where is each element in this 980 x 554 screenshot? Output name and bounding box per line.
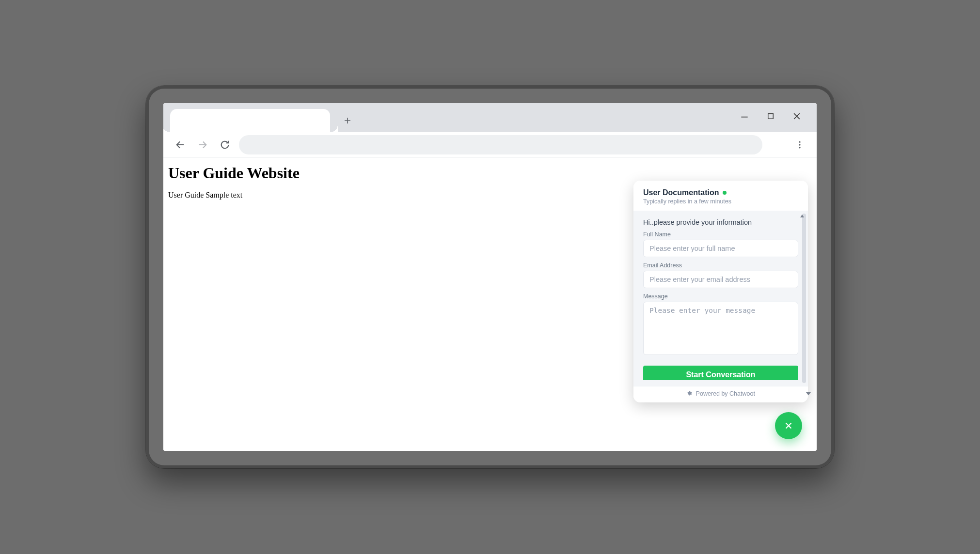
svg-rect-3 — [768, 114, 774, 119]
window-controls — [738, 110, 812, 132]
chat-subtitle: Typically replies in a few minutes — [643, 198, 798, 205]
svg-point-8 — [799, 141, 800, 142]
chat-widget: User Documentation Typically replies in … — [633, 181, 808, 402]
message-textarea[interactable] — [643, 302, 798, 355]
window-close-button[interactable] — [790, 110, 803, 123]
chat-footer: Powered by Chatwoot — [633, 386, 808, 402]
chat-close-fab[interactable] — [775, 412, 802, 439]
arrow-left-icon — [175, 139, 186, 150]
kebab-icon — [795, 140, 805, 150]
device-frame: User Guide Website User Guide Sample tex… — [146, 86, 834, 468]
nav-reload-button[interactable] — [217, 137, 233, 153]
svg-point-9 — [799, 144, 800, 145]
chat-expand-caret[interactable] — [805, 390, 812, 397]
chat-footer-text: Powered by Chatwoot — [696, 390, 755, 397]
new-tab-button[interactable] — [339, 112, 356, 129]
scroll-up-icon — [800, 214, 805, 218]
close-icon — [783, 420, 794, 431]
full-name-input[interactable] — [643, 240, 798, 257]
arrow-right-icon — [197, 139, 208, 150]
minimize-icon — [740, 111, 749, 121]
reload-icon — [220, 139, 230, 150]
chat-header: User Documentation Typically replies in … — [633, 181, 808, 211]
browser-titlebar — [163, 103, 817, 132]
page-content: User Guide Website User Guide Sample tex… — [163, 157, 817, 451]
page-heading: User Guide Website — [168, 164, 812, 182]
address-bar[interactable] — [239, 135, 762, 154]
browser-toolbar — [163, 132, 817, 157]
chevron-down-icon — [805, 390, 812, 397]
svg-marker-11 — [800, 215, 804, 217]
close-icon — [792, 111, 802, 121]
chat-title: User Documentation — [643, 188, 719, 197]
svg-point-10 — [799, 147, 800, 148]
browser-tab-active[interactable] — [170, 109, 330, 132]
window-maximize-button[interactable] — [764, 110, 777, 123]
svg-marker-12 — [806, 392, 811, 395]
gear-icon — [686, 390, 692, 398]
window-minimize-button[interactable] — [738, 110, 751, 123]
chat-prompt: Hi..please provide your information — [643, 218, 798, 226]
maximize-icon — [766, 112, 775, 121]
full-name-label: Full Name — [643, 231, 798, 238]
email-label: Email Address — [643, 262, 798, 269]
plus-icon — [343, 116, 352, 125]
nav-back-button[interactable] — [172, 137, 189, 153]
start-conversation-button[interactable]: Start Conversation — [643, 366, 798, 380]
chat-body: Hi..please provide your information Full… — [633, 211, 808, 386]
message-label: Message — [643, 293, 798, 300]
browser-window: User Guide Website User Guide Sample tex… — [163, 103, 817, 451]
email-input[interactable] — [643, 271, 798, 288]
status-online-icon — [723, 191, 727, 195]
chat-scrollbar[interactable] — [802, 214, 806, 383]
browser-menu-button[interactable] — [791, 137, 808, 153]
nav-forward-button[interactable] — [194, 137, 211, 153]
